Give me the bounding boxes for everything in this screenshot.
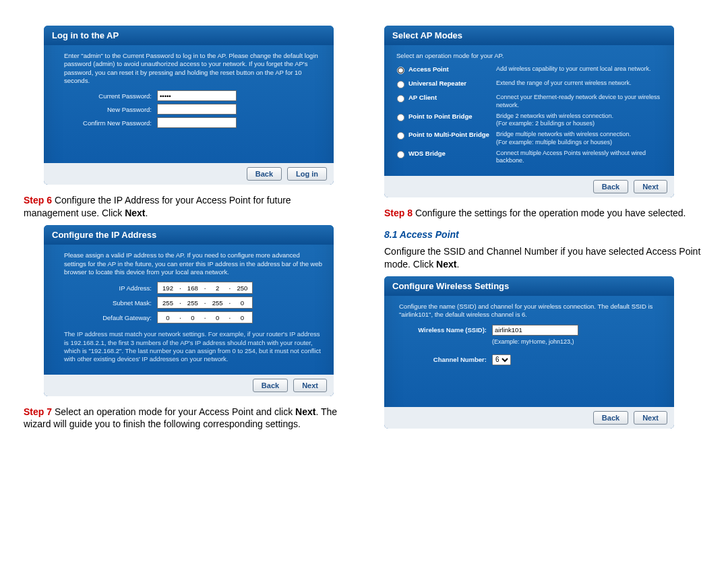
mode-name: Point to Multi-Point Bridge: [408, 131, 496, 138]
ip-address-input[interactable]: . . .: [157, 282, 253, 294]
ip-panel: Configure the IP Address Please assign a…: [44, 225, 334, 396]
login-button[interactable]: Log in: [287, 167, 327, 181]
ip-note: The IP address must match your network s…: [64, 330, 323, 363]
mode-radio[interactable]: [397, 81, 404, 88]
confirm-password-label: Confirm New Password:: [64, 119, 157, 127]
next-button[interactable]: Next: [634, 411, 667, 425]
login-panel: Log in to the AP Enter "admin" to the Cu…: [44, 26, 334, 185]
current-password-input[interactable]: [157, 90, 237, 101]
mode-row[interactable]: Access PointAdd wireless capability to y…: [396, 65, 663, 76]
login-intro: Enter "admin" to the Current Password to…: [64, 52, 323, 85]
next-button[interactable]: Next: [634, 180, 667, 193]
mode-name: Point to Point Bridge: [408, 113, 496, 120]
ssid-example: (Example: myHome, john123,): [492, 338, 663, 345]
back-button[interactable]: Back: [593, 180, 628, 193]
mode-radio[interactable]: [397, 114, 404, 121]
wireless-panel: Configure Wireless Settings Configure th…: [384, 276, 674, 429]
mode-desc: Connect your Ethernet-ready network devi…: [496, 94, 663, 109]
mode-name: WDS Bridge: [408, 150, 496, 157]
panel-title: Configure the IP Address: [44, 225, 334, 245]
channel-label: Channel Number:: [399, 356, 492, 363]
mode-row[interactable]: Point to Point BridgeBridge 2 networks w…: [396, 113, 663, 128]
modes-intro: Select an operation mode for your AP.: [396, 52, 663, 60]
left-column: Log in to the AP Enter "admin" to the Cu…: [24, 20, 344, 438]
substep-text: Configure the SSID and Channel Number if…: [384, 245, 704, 271]
subnet-label: Subnet Mask:: [64, 299, 157, 307]
ssid-label: Wireless Name (SSID):: [399, 326, 492, 334]
mode-desc: Bridge 2 networks with wireless connecti…: [496, 113, 663, 128]
step8-label: Step 8: [384, 208, 413, 218]
step7-text: Step 7 Select an operation mode for your…: [24, 406, 344, 431]
new-password-input[interactable]: [157, 104, 237, 115]
mode-radio[interactable]: [397, 67, 404, 74]
new-password-label: New Password:: [64, 106, 157, 113]
ip-intro: Please assign a valid IP address to the …: [64, 251, 323, 276]
step8-text: Step 8 Configure the settings for the op…: [384, 207, 704, 220]
back-button[interactable]: Back: [593, 411, 628, 425]
mode-desc: Extend the range of your current wireles…: [496, 80, 663, 87]
step6-label: Step 6: [24, 195, 52, 206]
mode-radio[interactable]: [397, 151, 404, 158]
panel-title: Configure Wireless Settings: [384, 276, 674, 296]
step7-label: Step 7: [24, 406, 52, 417]
mode-row[interactable]: WDS BridgeConnect multiple Access Points…: [396, 150, 663, 165]
confirm-password-input[interactable]: [157, 117, 237, 128]
modes-panel: Select AP Modes Select an operation mode…: [384, 26, 674, 197]
right-column: Select AP Modes Select an operation mode…: [384, 20, 704, 438]
back-button[interactable]: Back: [247, 167, 282, 181]
gateway-label: Default Gateway:: [64, 314, 157, 321]
ssid-input[interactable]: [492, 325, 578, 336]
channel-select[interactable]: 6: [492, 354, 511, 365]
mode-radio[interactable]: [397, 95, 404, 102]
current-password-label: Current Password:: [64, 92, 157, 100]
panel-title: Select AP Modes: [384, 26, 674, 45]
mode-desc: Connect multiple Access Points wirelessl…: [496, 150, 663, 165]
mode-desc: Bridge multiple networks with wireless c…: [496, 131, 663, 146]
panel-title: Log in to the AP: [44, 26, 334, 45]
mode-name: Access Point: [408, 65, 496, 73]
subnet-input[interactable]: . . .: [157, 296, 253, 309]
mode-row[interactable]: Point to Multi-Point BridgeBridge multip…: [396, 131, 663, 146]
mode-name: Universal Repeater: [408, 80, 496, 87]
gateway-input[interactable]: . . .: [157, 311, 253, 323]
step6-text: Step 6 Configure the IP Address for your…: [24, 194, 344, 220]
mode-row[interactable]: Universal RepeaterExtend the range of yo…: [396, 80, 663, 90]
back-button[interactable]: Back: [253, 379, 288, 392]
subsection-heading: 8.1 Access Point: [384, 229, 704, 240]
mode-radio[interactable]: [397, 132, 404, 139]
mode-name: AP Client: [408, 94, 496, 101]
wireless-intro: Configure the name (SSID) and channel fo…: [399, 303, 663, 319]
next-button[interactable]: Next: [293, 379, 327, 392]
mode-desc: Add wireless capability to your current …: [496, 65, 663, 73]
ip-address-label: IP Address:: [64, 284, 157, 292]
mode-row[interactable]: AP ClientConnect your Ethernet-ready net…: [396, 94, 663, 109]
